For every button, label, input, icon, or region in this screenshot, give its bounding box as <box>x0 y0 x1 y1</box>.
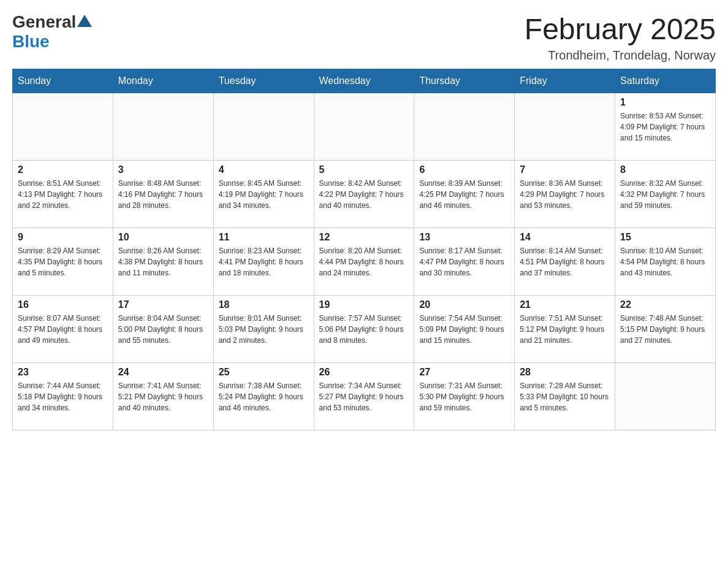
calendar-week-3: 9Sunrise: 8:29 AM Sunset: 4:35 PM Daylig… <box>13 228 716 296</box>
calendar-cell-w3-d3: 11Sunrise: 8:23 AM Sunset: 4:41 PM Dayli… <box>213 228 314 296</box>
calendar-cell-w2-d7: 8Sunrise: 8:32 AM Sunset: 4:32 PM Daylig… <box>615 161 716 228</box>
day-number: 4 <box>219 164 309 175</box>
day-number: 6 <box>419 164 509 175</box>
calendar-cell-w4-d3: 18Sunrise: 8:01 AM Sunset: 5:03 PM Dayli… <box>213 296 314 363</box>
calendar-cell-w2-d3: 4Sunrise: 8:45 AM Sunset: 4:19 PM Daylig… <box>213 161 314 228</box>
day-info: Sunrise: 8:04 AM Sunset: 5:00 PM Dayligh… <box>118 313 208 346</box>
day-number: 26 <box>319 367 409 378</box>
header-monday: Monday <box>113 69 213 93</box>
calendar-cell-w3-d1: 9Sunrise: 8:29 AM Sunset: 4:35 PM Daylig… <box>13 228 113 296</box>
calendar-cell-w2-d6: 7Sunrise: 8:36 AM Sunset: 4:29 PM Daylig… <box>515 161 615 228</box>
day-number: 7 <box>520 164 610 175</box>
day-info: Sunrise: 7:41 AM Sunset: 5:21 PM Dayligh… <box>118 380 208 413</box>
day-info: Sunrise: 8:10 AM Sunset: 4:54 PM Dayligh… <box>620 245 710 278</box>
header-sunday: Sunday <box>13 69 113 93</box>
calendar-cell-w2-d5: 6Sunrise: 8:39 AM Sunset: 4:25 PM Daylig… <box>414 161 515 228</box>
logo-blue-text: Blue <box>12 32 50 51</box>
calendar-cell-w1-d2 <box>113 93 213 161</box>
day-info: Sunrise: 8:36 AM Sunset: 4:29 PM Dayligh… <box>520 178 610 211</box>
day-number: 19 <box>319 299 409 310</box>
day-number: 5 <box>319 164 409 175</box>
logo: General Blue <box>12 12 93 52</box>
day-number: 21 <box>520 299 610 310</box>
day-info: Sunrise: 8:23 AM Sunset: 4:41 PM Dayligh… <box>219 245 309 278</box>
day-info: Sunrise: 8:01 AM Sunset: 5:03 PM Dayligh… <box>219 313 309 346</box>
day-number: 13 <box>419 232 509 243</box>
day-number: 16 <box>18 299 108 310</box>
calendar-week-1: 1Sunrise: 8:53 AM Sunset: 4:09 PM Daylig… <box>13 93 716 161</box>
calendar-cell-w5-d2: 24Sunrise: 7:41 AM Sunset: 5:21 PM Dayli… <box>113 363 213 431</box>
day-number: 1 <box>620 97 710 108</box>
location: Trondheim, Trondelag, Norway <box>525 48 716 63</box>
calendar-cell-w1-d6 <box>515 93 615 161</box>
day-number: 3 <box>118 164 208 175</box>
day-info: Sunrise: 8:48 AM Sunset: 4:16 PM Dayligh… <box>118 178 208 211</box>
day-info: Sunrise: 8:42 AM Sunset: 4:22 PM Dayligh… <box>319 178 409 211</box>
day-number: 14 <box>520 232 610 243</box>
day-number: 8 <box>620 164 710 175</box>
day-info: Sunrise: 7:31 AM Sunset: 5:30 PM Dayligh… <box>419 380 509 413</box>
calendar-cell-w1-d3 <box>213 93 314 161</box>
day-number: 24 <box>118 367 208 378</box>
month-title: February 2025 <box>525 12 716 46</box>
header-thursday: Thursday <box>414 69 515 93</box>
day-info: Sunrise: 7:57 AM Sunset: 5:06 PM Dayligh… <box>319 313 409 346</box>
calendar-cell-w2-d4: 5Sunrise: 8:42 AM Sunset: 4:22 PM Daylig… <box>314 161 414 228</box>
calendar-header-row: SundayMondayTuesdayWednesdayThursdayFrid… <box>13 69 716 93</box>
day-info: Sunrise: 7:54 AM Sunset: 5:09 PM Dayligh… <box>419 313 509 346</box>
day-number: 25 <box>219 367 309 378</box>
calendar-cell-w1-d4 <box>314 93 414 161</box>
day-number: 12 <box>319 232 409 243</box>
day-info: Sunrise: 8:39 AM Sunset: 4:25 PM Dayligh… <box>419 178 509 211</box>
calendar-week-5: 23Sunrise: 7:44 AM Sunset: 5:18 PM Dayli… <box>13 363 716 431</box>
calendar-cell-w5-d1: 23Sunrise: 7:44 AM Sunset: 5:18 PM Dayli… <box>13 363 113 431</box>
day-info: Sunrise: 7:28 AM Sunset: 5:33 PM Dayligh… <box>520 380 610 413</box>
day-number: 11 <box>219 232 309 243</box>
calendar-cell-w4-d2: 17Sunrise: 8:04 AM Sunset: 5:00 PM Dayli… <box>113 296 213 363</box>
logo-general-text: General <box>12 12 76 32</box>
day-number: 9 <box>18 232 108 243</box>
day-info: Sunrise: 8:51 AM Sunset: 4:13 PM Dayligh… <box>18 178 108 211</box>
day-info: Sunrise: 8:07 AM Sunset: 4:57 PM Dayligh… <box>18 313 108 346</box>
day-number: 10 <box>118 232 208 243</box>
day-number: 18 <box>219 299 309 310</box>
calendar-cell-w4-d5: 20Sunrise: 7:54 AM Sunset: 5:09 PM Dayli… <box>414 296 515 363</box>
day-info: Sunrise: 8:53 AM Sunset: 4:09 PM Dayligh… <box>620 110 710 144</box>
header-saturday: Saturday <box>615 69 716 93</box>
header-tuesday: Tuesday <box>213 69 314 93</box>
day-number: 22 <box>620 299 710 310</box>
calendar-cell-w5-d5: 27Sunrise: 7:31 AM Sunset: 5:30 PM Dayli… <box>414 363 515 431</box>
day-number: 2 <box>18 164 108 175</box>
day-info: Sunrise: 7:44 AM Sunset: 5:18 PM Dayligh… <box>18 380 108 413</box>
calendar-cell-w3-d5: 13Sunrise: 8:17 AM Sunset: 4:47 PM Dayli… <box>414 228 515 296</box>
calendar-cell-w4-d4: 19Sunrise: 7:57 AM Sunset: 5:06 PM Dayli… <box>314 296 414 363</box>
calendar-cell-w5-d4: 26Sunrise: 7:34 AM Sunset: 5:27 PM Dayli… <box>314 363 414 431</box>
calendar-cell-w4-d7: 22Sunrise: 7:48 AM Sunset: 5:15 PM Dayli… <box>615 296 716 363</box>
calendar-cell-w5-d7 <box>615 363 716 431</box>
calendar-cell-w5-d6: 28Sunrise: 7:28 AM Sunset: 5:33 PM Dayli… <box>515 363 615 431</box>
title-section: February 2025 Trondheim, Trondelag, Norw… <box>525 12 716 63</box>
calendar-cell-w3-d2: 10Sunrise: 8:26 AM Sunset: 4:38 PM Dayli… <box>113 228 213 296</box>
day-number: 23 <box>18 367 108 378</box>
day-number: 15 <box>620 232 710 243</box>
calendar-table: SundayMondayTuesdayWednesdayThursdayFrid… <box>12 69 716 431</box>
page-header: General Blue February 2025 Trondheim, Tr… <box>12 12 716 63</box>
day-info: Sunrise: 8:26 AM Sunset: 4:38 PM Dayligh… <box>118 245 208 278</box>
day-number: 20 <box>419 299 509 310</box>
calendar-cell-w1-d7: 1Sunrise: 8:53 AM Sunset: 4:09 PM Daylig… <box>615 93 716 161</box>
day-info: Sunrise: 7:38 AM Sunset: 5:24 PM Dayligh… <box>219 380 309 413</box>
day-info: Sunrise: 7:48 AM Sunset: 5:15 PM Dayligh… <box>620 313 710 346</box>
header-friday: Friday <box>515 69 615 93</box>
calendar-cell-w2-d2: 3Sunrise: 8:48 AM Sunset: 4:16 PM Daylig… <box>113 161 213 228</box>
calendar-cell-w5-d3: 25Sunrise: 7:38 AM Sunset: 5:24 PM Dayli… <box>213 363 314 431</box>
day-info: Sunrise: 8:14 AM Sunset: 4:51 PM Dayligh… <box>520 245 610 278</box>
header-wednesday: Wednesday <box>314 69 414 93</box>
day-info: Sunrise: 8:17 AM Sunset: 4:47 PM Dayligh… <box>419 245 509 278</box>
calendar-cell-w4-d1: 16Sunrise: 8:07 AM Sunset: 4:57 PM Dayli… <box>13 296 113 363</box>
day-info: Sunrise: 7:34 AM Sunset: 5:27 PM Dayligh… <box>319 380 409 413</box>
calendar-cell-w3-d7: 15Sunrise: 8:10 AM Sunset: 4:54 PM Dayli… <box>615 228 716 296</box>
calendar-cell-w2-d1: 2Sunrise: 8:51 AM Sunset: 4:13 PM Daylig… <box>13 161 113 228</box>
calendar-cell-w4-d6: 21Sunrise: 7:51 AM Sunset: 5:12 PM Dayli… <box>515 296 615 363</box>
day-number: 28 <box>520 367 610 378</box>
calendar-week-4: 16Sunrise: 8:07 AM Sunset: 4:57 PM Dayli… <box>13 296 716 363</box>
